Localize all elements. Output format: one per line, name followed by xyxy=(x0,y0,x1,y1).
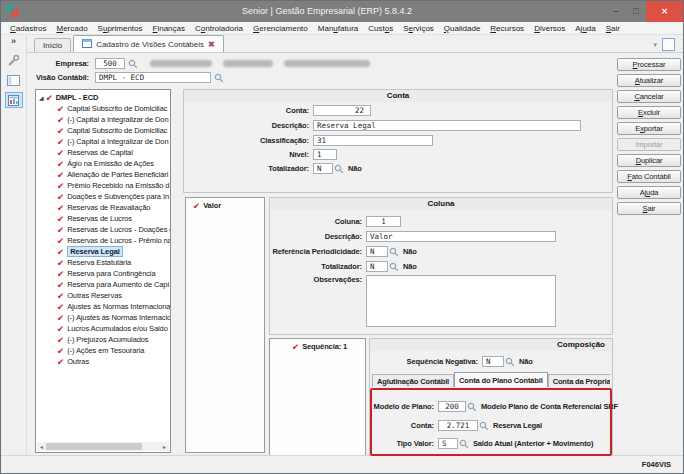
tree-item[interactable]: ✔Capital Subscrito de Domiciliac xyxy=(36,125,170,136)
tree-item[interactable]: ✔Reserva para Contingência xyxy=(36,268,170,279)
tree-item[interactable]: ✔Alienação de Partes Beneficiári xyxy=(36,169,170,180)
tab-cadastro-de-visoes-contabeis[interactable]: Cadastro de Visões Contábeis ✖ xyxy=(73,35,224,52)
conta-totalizador-field[interactable]: N xyxy=(313,163,333,174)
tree-item[interactable]: ✔(-) Ajustes às Normas Internacio xyxy=(36,312,170,323)
tree-item[interactable]: ✔Capital Subscrito de Domiciliac xyxy=(36,103,170,114)
lookup-icon[interactable] xyxy=(213,72,225,83)
visao-contabil-field[interactable]: DMPL - ECD xyxy=(95,72,211,83)
tree-item[interactable]: ✔Ágio na Emissão de Ações xyxy=(36,158,170,169)
scroll-right-icon[interactable]: ► xyxy=(160,444,169,450)
menu-qualidade[interactable]: Qualidade xyxy=(439,24,485,33)
tree-item[interactable]: ✔Reservas de Capital xyxy=(36,147,170,158)
tree-item[interactable]: ✔Reservas de Lucros - Prêmio na xyxy=(36,235,170,246)
sequencia-list-item[interactable]: ✔ Sequência: 1 xyxy=(270,339,365,352)
lookup-icon[interactable] xyxy=(388,261,400,272)
tree-item[interactable]: ✔Reservas de Lucros xyxy=(36,213,170,224)
coluna-number-field[interactable]: 1 xyxy=(366,216,401,227)
tree-item[interactable]: ✔Reservas de Reavaliação xyxy=(36,202,170,213)
lookup-icon[interactable] xyxy=(458,438,470,449)
check-icon: ✔ xyxy=(57,335,64,345)
observacoes-field[interactable] xyxy=(366,275,556,327)
cancelar-button[interactable]: Cancelar xyxy=(617,90,681,103)
coluna-totalizador-field[interactable]: N xyxy=(366,261,388,272)
menu-gerenciamento[interactable]: Gerenciamento xyxy=(248,24,313,33)
lookup-icon[interactable] xyxy=(478,420,490,431)
lookup-icon[interactable] xyxy=(388,246,400,257)
tree-item[interactable]: ✔(-) Ações em Tesouraria xyxy=(36,345,170,356)
tab-inicio[interactable]: Início xyxy=(34,38,71,52)
menu-ajuda[interactable]: Ajuda xyxy=(570,24,600,33)
tree-item[interactable]: ✔Reserva Legal xyxy=(36,246,170,257)
tree-item[interactable]: ✔Reserva para Aumento de Capi xyxy=(36,279,170,290)
minimize-button[interactable]: – xyxy=(607,1,625,21)
tree-item[interactable]: ✔(-) Prejuízos Acumulados xyxy=(36,334,170,345)
duplicar-button[interactable]: Duplicar xyxy=(617,154,681,167)
modelo-de-plano-field[interactable]: 200 xyxy=(438,401,466,412)
scrollbar-thumb[interactable] xyxy=(46,443,142,450)
tree-expander-icon[interactable]: ◢ xyxy=(39,94,44,101)
restore-window-icon[interactable] xyxy=(662,38,675,51)
menu-controladoria[interactable]: Controladoria xyxy=(190,24,248,33)
excluir-button[interactable]: Excluir xyxy=(617,106,681,119)
menu-mercado[interactable]: Mercado xyxy=(51,24,92,33)
classificacao-field[interactable]: 31 xyxy=(313,135,433,146)
menu-diversos[interactable]: Diversos xyxy=(529,24,570,33)
processar-button[interactable]: Processar xyxy=(617,58,681,71)
lookup-icon[interactable] xyxy=(466,401,478,412)
tree-item-label: Alienação de Partes Beneficiári xyxy=(67,170,168,179)
tree-item[interactable]: ✔(-) Capital a Integralizar de Don xyxy=(36,136,170,147)
lookup-icon[interactable] xyxy=(504,356,516,367)
tab-list-dropdown-icon[interactable]: ▾ xyxy=(653,41,657,49)
tree-item[interactable]: ✔Reservas de Lucros - Doações e xyxy=(36,224,170,235)
tab-conta-do-plano-contabil[interactable]: Conta do Plano Contábil xyxy=(454,372,548,387)
ajuda-button[interactable]: Ajuda xyxy=(617,186,681,199)
tree-item[interactable]: ✔Prêmio Recebido na Emissão d xyxy=(36,180,170,191)
menu-recursos[interactable]: Recursos xyxy=(485,24,529,33)
check-icon: ✔ xyxy=(57,192,64,202)
scroll-left-icon[interactable]: ◄ xyxy=(37,444,46,450)
valor-list-panel: ✔ Valor xyxy=(185,197,265,453)
conta-descricao-field[interactable]: Reserva Legal xyxy=(313,120,581,131)
menu-cadastros[interactable]: Cadastros xyxy=(5,24,51,33)
tree-item[interactable]: ✔Ajustes às Normas Internaciona xyxy=(36,301,170,312)
menu-custos[interactable]: Custos xyxy=(363,24,398,33)
form-wizard-icon[interactable] xyxy=(5,92,23,108)
fato-contabil-button[interactable]: Fato Contábil xyxy=(617,170,681,183)
menu-financas[interactable]: Finanças xyxy=(148,24,190,33)
tab-conta-da-propria-visa[interactable]: Conta da Própria Visã xyxy=(548,374,610,387)
tree-item[interactable]: ✔Outras Reservas xyxy=(36,290,170,301)
tree-item[interactable]: ✔Doações e Subvenções para In xyxy=(36,191,170,202)
atualizar-button[interactable]: Atualizar xyxy=(617,74,681,87)
tree-item[interactable]: ✔Reserva Estatutária xyxy=(36,257,170,268)
sequencia-negativa-field[interactable]: N xyxy=(482,356,504,367)
composicao-conta-field[interactable]: 2.721 xyxy=(438,420,478,431)
menu-suprimentos[interactable]: Suprimentos xyxy=(93,24,148,33)
coluna-descricao-field[interactable]: Valor xyxy=(366,231,556,242)
menu-manufatura[interactable]: Manufatura xyxy=(313,24,363,33)
tree-item[interactable]: ✔Outras xyxy=(36,356,170,367)
tree-item[interactable]: ✔Lucros Acumulados e/ou Saldo xyxy=(36,323,170,334)
tree-root-item[interactable]: ◢✔DMPL - ECD xyxy=(36,92,170,103)
maximize-button[interactable]: □ xyxy=(627,1,645,21)
tab-aglutinacao-contabil[interactable]: Aglutinação Contábil xyxy=(372,374,454,387)
panel-icon[interactable] xyxy=(5,72,23,88)
tab-close-icon[interactable]: ✖ xyxy=(208,40,215,49)
menu-servicos[interactable]: Serviços xyxy=(398,24,439,33)
sair-button[interactable]: Sair xyxy=(617,202,681,215)
menu-sair[interactable]: Sair xyxy=(601,24,625,33)
check-icon: ✔ xyxy=(57,346,64,356)
close-button[interactable]: ✕ xyxy=(646,1,683,22)
conta-number-field[interactable]: 22 xyxy=(313,105,371,116)
tree-horizontal-scrollbar[interactable]: ◄ ► xyxy=(37,442,169,451)
expand-toolbar-icon[interactable]: » xyxy=(11,36,16,46)
lookup-icon[interactable] xyxy=(333,163,345,174)
empresa-field[interactable]: 500 xyxy=(95,58,125,69)
tipo-valor-field[interactable]: S xyxy=(438,438,458,449)
referencia-periodicidade-field[interactable]: N xyxy=(366,246,388,257)
nivel-field[interactable]: 1 xyxy=(313,149,337,160)
valor-list-item[interactable]: ✔ Valor xyxy=(186,198,264,211)
lookup-icon[interactable] xyxy=(127,58,139,69)
exportar-button[interactable]: Exportar xyxy=(617,122,681,135)
tree-item[interactable]: ✔(-) Capital a Integralizar de Don xyxy=(36,114,170,125)
wrench-icon[interactable] xyxy=(5,52,23,68)
